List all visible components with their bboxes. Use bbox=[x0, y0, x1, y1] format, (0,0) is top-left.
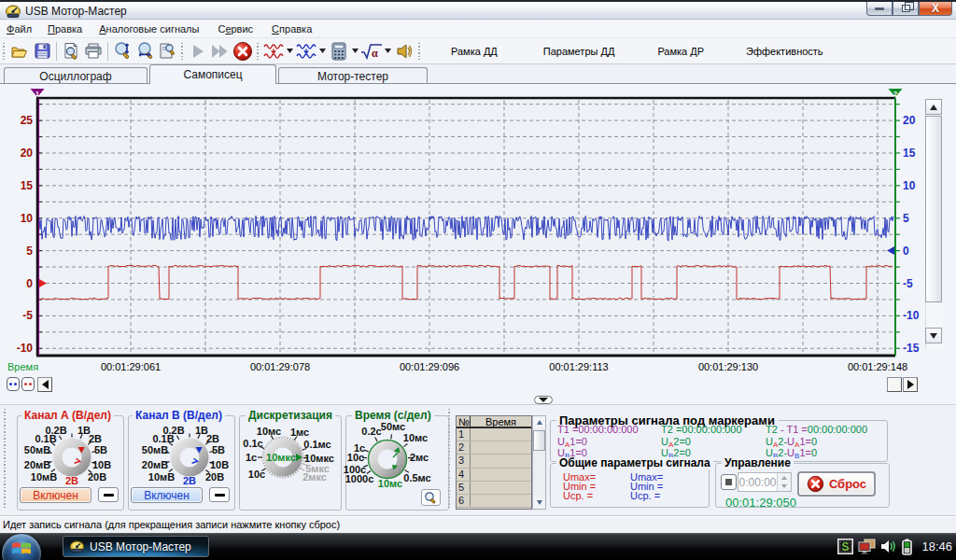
toolbar-grip[interactable] bbox=[417, 43, 422, 60]
signal-b-button[interactable] bbox=[295, 40, 317, 63]
minimize-button[interactable] bbox=[866, 2, 893, 16]
table-scrollbar-thumb[interactable] bbox=[533, 430, 545, 451]
frame-dr-button[interactable]: Рамка ДР bbox=[640, 43, 722, 60]
print-button[interactable] bbox=[82, 40, 105, 63]
table-row[interactable]: 4 bbox=[457, 469, 531, 482]
calculator-button[interactable] bbox=[328, 40, 350, 63]
marker-a-dots-button[interactable] bbox=[21, 377, 35, 391]
arrow-left-icon bbox=[42, 380, 49, 389]
common-params-title: Общие параметры сигнала bbox=[556, 457, 713, 469]
menu-item-4[interactable]: Справка bbox=[265, 21, 318, 36]
arrow-right-icon bbox=[907, 380, 914, 389]
system-tray: S 18 bbox=[837, 533, 952, 560]
window-title: USB Мотор-Мастер bbox=[25, 5, 127, 18]
chart-scroll-down-button[interactable] bbox=[925, 328, 942, 343]
volume-icon[interactable] bbox=[880, 539, 897, 554]
channel-a-on-button[interactable]: Включен bbox=[20, 487, 91, 503]
time-axis-tick: 00:01:29:096 bbox=[400, 361, 459, 372]
chart-scroll-up-button[interactable] bbox=[925, 99, 942, 115]
timer-stop-button[interactable] bbox=[721, 474, 737, 490]
chevron-down-icon bbox=[385, 49, 391, 53]
sqrt-alpha-icon: α bbox=[360, 43, 383, 60]
tab-recorder[interactable]: Самописец bbox=[149, 64, 276, 84]
open-file-button[interactable] bbox=[8, 40, 31, 63]
knob-scale-label: 2мс bbox=[410, 452, 429, 463]
signal-a-dropdown[interactable] bbox=[285, 40, 295, 63]
timebase-zoom-button[interactable] bbox=[421, 489, 441, 506]
save-button[interactable] bbox=[31, 40, 53, 63]
layout-switcher-icon[interactable]: S bbox=[837, 539, 853, 554]
row-number: 1 bbox=[457, 428, 471, 441]
chart-horizontal-scrollbar-thumb[interactable] bbox=[887, 377, 902, 392]
table-row[interactable]: 5 bbox=[457, 482, 531, 495]
print-preview-button[interactable] bbox=[60, 40, 82, 63]
collapse-panel-button[interactable] bbox=[534, 396, 553, 404]
speaker-button[interactable] bbox=[393, 40, 415, 63]
toolbar-grip[interactable] bbox=[2, 43, 7, 60]
stop-record-button[interactable] bbox=[232, 40, 254, 63]
channel-b-minus-button[interactable] bbox=[209, 487, 230, 502]
recorder-page: 12 2520151050-5-10 20151050-5-10-15 00:0… bbox=[0, 84, 956, 404]
menu-item-1[interactable]: Правка bbox=[41, 21, 89, 36]
channel-b-on-button[interactable]: Включен bbox=[131, 487, 203, 503]
table-scroll-up-button[interactable] bbox=[533, 416, 545, 428]
battery-icon[interactable] bbox=[902, 539, 912, 555]
taskbar-app-button[interactable]: USB Мотор-Мастер bbox=[63, 536, 209, 557]
knob-selected-value: 10мкс bbox=[266, 452, 296, 463]
page-zoom-button[interactable] bbox=[156, 40, 178, 63]
calculator-dropdown[interactable] bbox=[350, 40, 360, 63]
restore-button[interactable] bbox=[893, 2, 919, 16]
zoom-vertical-button[interactable] bbox=[111, 40, 134, 63]
signal-b-dropdown[interactable] bbox=[317, 40, 328, 63]
chart-canvas[interactable]: 12 bbox=[0, 84, 956, 404]
knob-scale-label: 2В bbox=[89, 433, 102, 444]
tab-motor-tester[interactable]: Мотор-тестер bbox=[278, 67, 428, 84]
tab-bar: ОсциллографСамописецМотор-тестер bbox=[0, 64, 956, 84]
chart-scroll-right-button[interactable] bbox=[903, 377, 918, 392]
chart-scroll-left-button[interactable] bbox=[37, 377, 52, 392]
row-number: 6 bbox=[457, 495, 471, 507]
page-zoom-icon bbox=[158, 42, 176, 61]
reset-button[interactable]: Сброс bbox=[797, 471, 876, 497]
table-row[interactable]: 2 bbox=[457, 441, 531, 455]
table-row[interactable]: 6 bbox=[457, 495, 531, 508]
chart-vertical-scrollbar-thumb[interactable] bbox=[925, 116, 942, 302]
table-scroll-down-button[interactable] bbox=[533, 497, 545, 509]
signal-a-button[interactable] bbox=[262, 40, 285, 63]
channel-a-minus-button[interactable] bbox=[98, 487, 119, 502]
knob-scale-label: 10В bbox=[92, 459, 111, 470]
menu-item-0[interactable]: Файл bbox=[0, 21, 38, 36]
knob-scale-label: 0.1В bbox=[152, 433, 174, 444]
tab-oscilloscope[interactable]: Осциллограф bbox=[4, 67, 148, 84]
close-button[interactable]: X bbox=[919, 2, 952, 16]
sqrt-alpha-dropdown[interactable] bbox=[383, 40, 393, 63]
table-row[interactable]: 3 bbox=[457, 455, 531, 468]
marker-b-dots-button[interactable] bbox=[7, 377, 20, 391]
toolbar-grip[interactable] bbox=[256, 43, 260, 60]
zoom-horizontal-button[interactable] bbox=[134, 40, 156, 63]
signal-table[interactable]: № Время 123456 bbox=[456, 415, 532, 510]
print-preview-icon bbox=[62, 42, 80, 61]
menu-item-3[interactable]: Сервис bbox=[211, 21, 260, 36]
table-scrollbar[interactable] bbox=[532, 415, 546, 510]
timer-spinbox[interactable]: 0:00:00 bbox=[738, 472, 792, 492]
fast-forward-button[interactable] bbox=[209, 40, 232, 63]
arrow-down-icon bbox=[537, 500, 542, 505]
table-row[interactable]: 1 bbox=[457, 428, 531, 441]
menu-item-2[interactable]: Аналоговые сигналы bbox=[92, 21, 205, 36]
play-button[interactable] bbox=[187, 40, 209, 63]
start-button[interactable] bbox=[2, 534, 41, 560]
sqrt-alpha-button[interactable]: α bbox=[360, 40, 383, 63]
frame-dd-button[interactable]: Рамка ДД bbox=[433, 43, 515, 60]
blue-signal-icon bbox=[296, 42, 316, 61]
params-dd-button[interactable]: Параметры ДД bbox=[526, 43, 633, 60]
toolbar-grip[interactable] bbox=[180, 43, 185, 60]
knob-scale-label: 1мс bbox=[290, 427, 309, 438]
network-monitors-icon[interactable] bbox=[858, 539, 876, 554]
timer-spinner[interactable] bbox=[777, 473, 791, 491]
left-axis-tick: 5 bbox=[26, 245, 33, 258]
toolbar: α Рамка ДД Параметры ДД Рамка ДР Эффекти… bbox=[0, 38, 956, 64]
efficiency-button[interactable]: Эффективность bbox=[728, 43, 841, 60]
calculator-icon bbox=[330, 42, 347, 61]
right-axis-tick: 20 bbox=[903, 114, 915, 127]
